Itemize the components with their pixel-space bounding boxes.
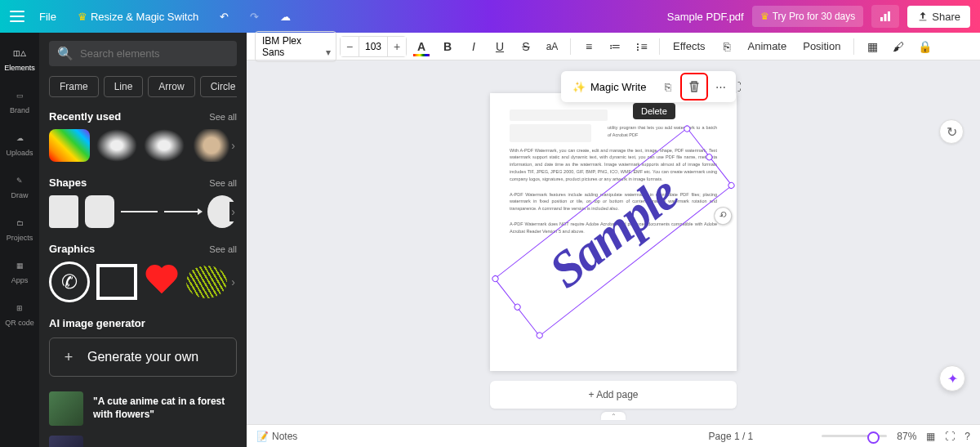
font-size-input[interactable] [359,37,388,56]
spacing-button[interactable]: ⫶≡ [630,35,653,58]
graphic-phone[interactable]: ✆ [49,261,90,302]
prompt-thumbnail [49,436,83,447]
crown-icon: ♛ [760,11,769,22]
lock-button[interactable]: 🔒 [913,35,936,58]
element-rainbow[interactable] [49,129,90,162]
expand-pages-handle[interactable]: ⌃ [601,412,626,420]
top-bar: File ♛Resize & Magic Switch ↶ ↷ ☁ Sample… [0,0,980,33]
copy-style-button[interactable]: ⎘ [715,35,738,58]
page-paragraph: utility program that lets you add waterm… [608,124,717,139]
rail-qrcode[interactable]: ⊞QR code [0,293,39,333]
text-case-button[interactable]: aA [541,35,564,58]
animate-button[interactable]: Animate [742,37,794,56]
prompt-text: "A cute anime cat in a forest with flowe… [93,396,237,421]
rail-elements[interactable]: ◫△Elements [0,38,39,78]
zoom-slider[interactable] [822,435,887,437]
folder-icon: 🗀 [11,215,28,231]
scroll-right-icon[interactable]: › [229,272,237,292]
canvas-stage[interactable]: ✨Magic Write ⎘ ⋯ 🔗 ⛶ Delete ↻ utility pr… [247,60,980,424]
graphic-briefcase[interactable] [96,264,137,300]
shapes-see-all[interactable]: See all [209,178,237,188]
bottom-bar: 📝 Notes Page 1 / 1 87% ▦ ⛶ ? [247,424,980,447]
shapes-icon: ◫△ [11,45,28,61]
chip-circle[interactable]: Circle [200,76,237,97]
rail-apps[interactable]: ▦Apps [0,250,39,291]
refresh-button[interactable]: ↻ [939,119,964,144]
position-button[interactable]: Position [796,37,847,56]
generate-label: Generate your own [87,350,198,364]
search-input[interactable] [80,47,229,60]
cloud-sync-icon[interactable]: ☁ [274,6,297,28]
duplicate-button[interactable]: ⎘ [656,74,680,99]
element-wing-left[interactable] [96,129,137,162]
shape-rounded-square[interactable] [85,195,114,228]
scroll-right-icon[interactable]: › [229,202,237,221]
trash-icon [688,80,701,93]
font-size-control: − + [340,36,407,57]
rail-draw[interactable]: ✎Draw [0,165,39,206]
generate-your-own-button[interactable]: + Generate your own [49,337,237,377]
svg-rect-0 [880,17,883,21]
scroll-right-icon[interactable]: › [229,136,237,155]
shape-arrow[interactable] [164,211,201,212]
transparency-button[interactable]: ▦ [861,35,884,58]
recently-used-title: Recently used [49,110,121,123]
shape-line[interactable] [121,211,158,212]
menu-icon[interactable] [10,11,24,22]
search-bar[interactable]: 🔍 [49,41,237,66]
rail-projects[interactable]: 🗀Projects [0,208,39,248]
ai-prompt-2[interactable]: "Gothic castle surrounded by [49,431,237,447]
fullscreen-button[interactable]: ⛶ [945,431,955,442]
ai-prompt-1[interactable]: "A cute anime cat in a forest with flowe… [49,387,237,431]
copy-style-icon[interactable]: 🖌 [887,35,910,58]
element-feather[interactable] [191,129,232,162]
delete-tooltip: Delete [633,103,675,119]
shapes-title: Shapes [49,177,87,189]
graphic-heart[interactable] [144,266,180,298]
list-button[interactable]: ≔ [604,35,626,58]
effects-button[interactable]: Effects [666,37,712,56]
font-size-increase[interactable]: + [388,37,406,56]
svg-rect-1 [884,14,887,21]
analytics-button[interactable] [871,5,899,28]
document-title[interactable]: Sample PDF.pdf [667,11,744,23]
undo-button[interactable]: ↶ [213,6,235,28]
chip-frame[interactable]: Frame [49,76,99,97]
rail-brand[interactable]: ▭Brand [0,80,39,121]
delete-button[interactable] [682,74,706,99]
element-wing-right[interactable] [144,129,185,162]
chip-line[interactable]: Line [104,76,144,97]
graphics-see-all[interactable]: See all [209,244,237,254]
graphic-scribble[interactable] [186,266,227,298]
document-page[interactable]: utility program that lets you add waterm… [490,93,737,371]
notes-button[interactable]: 📝 Notes [256,431,297,442]
redacted-block [510,124,591,142]
more-options-button[interactable]: ⋯ [708,74,733,99]
help-button[interactable]: ? [964,431,970,442]
prompt-thumbnail [49,391,83,426]
strikethrough-button[interactable]: S [514,35,537,58]
font-size-decrease[interactable]: − [341,37,359,56]
shape-square[interactable] [49,195,78,228]
grid-view-button[interactable]: ▦ [926,431,935,442]
bold-button[interactable]: B [436,35,459,58]
selection-context-bar: ✨Magic Write ⎘ ⋯ [561,71,736,102]
text-color-button[interactable]: A [410,35,433,58]
recently-used-see-all[interactable]: See all [209,112,237,122]
underline-button[interactable]: U [488,35,511,58]
redo-button[interactable]: ↷ [243,6,265,28]
elements-panel: 🔍 Frame Line Arrow Circle Logo Recently … [39,33,247,447]
zoom-level[interactable]: 87% [897,431,916,442]
font-family-select[interactable]: IBM Plex Sans [255,31,336,62]
assistant-fab[interactable]: ✦ [939,365,965,391]
share-button[interactable]: Share [907,6,970,28]
chip-arrow[interactable]: Arrow [148,76,194,97]
add-page-button[interactable]: + Add page [490,381,737,409]
align-button[interactable]: ≡ [577,35,600,58]
italic-button[interactable]: I [462,35,485,58]
file-menu[interactable]: File [33,6,63,28]
resize-magic-switch-button[interactable]: ♛Resize & Magic Switch [71,6,205,28]
try-pro-button[interactable]: ♛Try Pro for 30 days [752,6,864,27]
rail-uploads[interactable]: ☁Uploads [0,123,39,163]
magic-write-button[interactable]: ✨Magic Write [564,74,654,99]
